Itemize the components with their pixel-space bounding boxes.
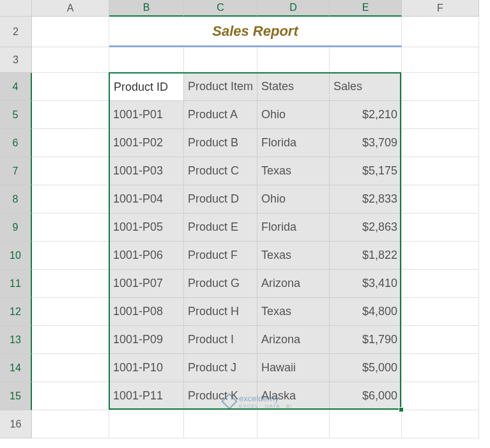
select-all-corner[interactable] <box>0 0 32 17</box>
cell-E4[interactable]: Sales <box>330 73 402 101</box>
cell-B14[interactable]: 1001-P10 <box>109 354 184 382</box>
column-header-D[interactable]: D <box>257 0 330 17</box>
cell-F12[interactable] <box>402 298 479 326</box>
cell-A4[interactable] <box>32 73 109 101</box>
cell-B5[interactable]: 1001-P01 <box>109 101 184 129</box>
row-header-9[interactable]: 9 <box>0 213 32 242</box>
cell-E7[interactable]: $5,175 <box>330 157 402 185</box>
cell-A13[interactable] <box>32 326 109 354</box>
cell-F16[interactable] <box>402 410 479 438</box>
cell-E5[interactable]: $2,210 <box>330 101 402 129</box>
row-header-4[interactable]: 4 <box>0 73 32 101</box>
cell-C6[interactable]: Product B <box>184 129 257 157</box>
cell-A12[interactable] <box>32 298 109 326</box>
cell-E14[interactable]: $5,000 <box>330 354 402 382</box>
cell-B13[interactable]: 1001-P09 <box>109 326 184 354</box>
cell-A8[interactable] <box>32 185 109 213</box>
cell-E9[interactable]: $2,863 <box>330 213 402 242</box>
row-header-6[interactable]: 6 <box>0 129 32 157</box>
cell-B3[interactable] <box>109 47 184 73</box>
cell-A15[interactable] <box>32 382 109 410</box>
row-header-16[interactable]: 16 <box>0 410 32 438</box>
row-header-3[interactable]: 3 <box>0 47 32 73</box>
grid[interactable]: Sales ReportProduct IDProduct ItemStates… <box>32 17 479 438</box>
cell-E3[interactable] <box>330 47 402 73</box>
cell-D3[interactable] <box>257 47 330 73</box>
cell-A10[interactable] <box>32 242 109 270</box>
cell-A2[interactable] <box>32 17 109 47</box>
cell-B16[interactable] <box>109 410 184 438</box>
cell-E15[interactable]: $6,000 <box>330 382 402 410</box>
cell-A6[interactable] <box>32 129 109 157</box>
cell-F10[interactable] <box>402 242 479 270</box>
cell-D13[interactable]: Arizona <box>257 326 330 354</box>
cell-A16[interactable] <box>32 410 109 438</box>
row-header-15[interactable]: 15 <box>0 382 32 410</box>
cell-F13[interactable] <box>402 326 479 354</box>
cell-E16[interactable] <box>330 410 402 438</box>
cell-E11[interactable]: $3,410 <box>330 270 402 298</box>
row-header-8[interactable]: 8 <box>0 185 32 213</box>
cell-C4[interactable]: Product Item <box>184 73 257 101</box>
fill-handle[interactable] <box>399 407 404 412</box>
row-header-12[interactable]: 12 <box>0 298 32 326</box>
cell-C7[interactable]: Product C <box>184 157 257 185</box>
cell-C13[interactable]: Product I <box>184 326 257 354</box>
column-header-A[interactable]: A <box>32 0 109 17</box>
cell-C3[interactable] <box>184 47 257 73</box>
cell-F15[interactable] <box>402 382 479 410</box>
cell-C11[interactable]: Product G <box>184 270 257 298</box>
cell-F14[interactable] <box>402 354 479 382</box>
row-header-5[interactable]: 5 <box>0 101 32 129</box>
cell-B12[interactable]: 1001-P08 <box>109 298 184 326</box>
cell-E12[interactable]: $4,800 <box>330 298 402 326</box>
cell-C10[interactable]: Product F <box>184 242 257 270</box>
cell-D5[interactable]: Ohio <box>257 101 330 129</box>
cell-F7[interactable] <box>402 157 479 185</box>
column-header-C[interactable]: C <box>184 0 257 17</box>
cell-D14[interactable]: Hawaii <box>257 354 330 382</box>
cell-C5[interactable]: Product A <box>184 101 257 129</box>
cell-B6[interactable]: 1001-P02 <box>109 129 184 157</box>
cell-B8[interactable]: 1001-P04 <box>109 185 184 213</box>
row-header-2[interactable]: 2 <box>0 17 32 47</box>
cell-C14[interactable]: Product J <box>184 354 257 382</box>
cell-A5[interactable] <box>32 101 109 129</box>
row-header-11[interactable]: 11 <box>0 270 32 298</box>
cell-F5[interactable] <box>402 101 479 129</box>
cell-B11[interactable]: 1001-P07 <box>109 270 184 298</box>
cell-B4[interactable]: Product ID <box>109 73 184 101</box>
row-header-14[interactable]: 14 <box>0 354 32 382</box>
cell-C8[interactable]: Product D <box>184 185 257 213</box>
column-header-F[interactable]: F <box>402 0 479 17</box>
cell-F8[interactable] <box>402 185 479 213</box>
cell-D12[interactable]: Texas <box>257 298 330 326</box>
cell-D10[interactable]: Texas <box>257 242 330 270</box>
row-header-7[interactable]: 7 <box>0 157 32 185</box>
cell-B2[interactable]: Sales Report <box>109 17 402 47</box>
cell-B15[interactable]: 1001-P11 <box>109 382 184 410</box>
cell-E8[interactable]: $2,833 <box>330 185 402 213</box>
cell-E6[interactable]: $3,709 <box>330 129 402 157</box>
column-header-E[interactable]: E <box>330 0 402 17</box>
cell-E10[interactable]: $1,822 <box>330 242 402 270</box>
cell-F3[interactable] <box>402 47 479 73</box>
cell-F9[interactable] <box>402 213 479 242</box>
cell-A3[interactable] <box>32 47 109 73</box>
cell-C16[interactable] <box>184 410 257 438</box>
cell-B9[interactable]: 1001-P05 <box>109 213 184 242</box>
cell-B10[interactable]: 1001-P06 <box>109 242 184 270</box>
cell-D7[interactable]: Texas <box>257 157 330 185</box>
column-header-B[interactable]: B <box>109 0 184 17</box>
cell-D16[interactable] <box>257 410 330 438</box>
cell-B7[interactable]: 1001-P03 <box>109 157 184 185</box>
cell-F11[interactable] <box>402 270 479 298</box>
cell-C12[interactable]: Product H <box>184 298 257 326</box>
cell-A14[interactable] <box>32 354 109 382</box>
cell-F6[interactable] <box>402 129 479 157</box>
cell-A9[interactable] <box>32 213 109 242</box>
cell-E13[interactable]: $1,790 <box>330 326 402 354</box>
cell-D8[interactable]: Ohio <box>257 185 330 213</box>
row-header-10[interactable]: 10 <box>0 242 32 270</box>
cell-D9[interactable]: Florida <box>257 213 330 242</box>
